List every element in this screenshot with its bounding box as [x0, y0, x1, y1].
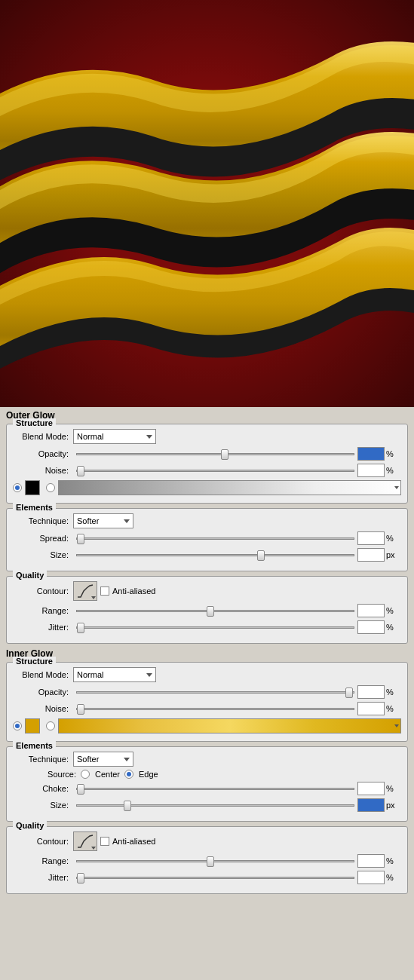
inner-glow-range-input[interactable]: 50	[357, 854, 385, 868]
inner-glow-size-slider-track[interactable]	[76, 804, 354, 807]
inner-glow-choke-thumb[interactable]	[77, 784, 84, 795]
inner-glow-elements-title: Elements	[13, 741, 56, 750]
outer-glow-noise-thumb[interactable]	[77, 466, 84, 476]
outer-glow-technique-value: Softer	[77, 516, 99, 525]
inner-glow-choke-input[interactable]: 0	[357, 782, 385, 795]
inner-glow-choke-slider-track[interactable]	[76, 788, 354, 790]
inner-glow-blend-mode-dropdown[interactable]: Normal	[73, 667, 156, 682]
inner-glow-jitter-row: Jitter: 0 %	[13, 871, 401, 884]
outer-glow-jitter-label: Jitter:	[13, 623, 73, 632]
inner-glow-opacity-thumb[interactable]	[345, 688, 353, 698]
outer-glow-contour-preview[interactable]	[73, 581, 97, 601]
inner-glow-gradient-preview[interactable]	[58, 718, 401, 733]
outer-glow-opacity-thumb[interactable]	[221, 449, 228, 460]
outer-glow-spread-slider-track[interactable]	[76, 537, 354, 540]
outer-glow-range-input[interactable]: 50	[357, 604, 385, 617]
outer-glow-size-input[interactable]: 70	[357, 548, 385, 562]
inner-glow-center-radio[interactable]	[81, 770, 90, 779]
outer-glow-spread-slider-container: 0 %	[73, 531, 401, 545]
canvas	[0, 0, 414, 407]
inner-glow-technique-dropdown[interactable]: Softer	[73, 752, 133, 767]
inner-glow-range-slider-container: 50 %	[73, 854, 401, 868]
inner-glow-opacity-input[interactable]: 100	[357, 685, 385, 699]
outer-glow-range-unit: %	[386, 606, 401, 615]
inner-glow-noise-row: Noise: 0 %	[13, 702, 401, 715]
inner-glow-anti-alias-label: Anti-aliased	[112, 837, 155, 846]
outer-glow-noise-slider-track[interactable]	[76, 470, 354, 472]
inner-glow-range-row: Range: 50 %	[13, 854, 401, 868]
outer-glow-size-thumb[interactable]	[257, 550, 265, 561]
inner-glow-opacity-slider-container: 100 %	[73, 685, 401, 699]
inner-glow-choke-row: Choke: 0 %	[13, 782, 401, 795]
inner-glow-edge-radio[interactable]	[124, 770, 133, 779]
outer-glow-elements-group: Elements Technique: Softer Spread: 0 % S…	[6, 508, 408, 571]
outer-glow-quality-title: Quality	[13, 571, 47, 580]
inner-glow-elements-group: Elements Technique: Softer Source: Cente…	[6, 746, 408, 822]
inner-glow-center-option: Center	[81, 770, 120, 779]
outer-glow-range-slider-container: 50 %	[73, 604, 401, 617]
inner-glow-anti-alias-checkbox[interactable]	[100, 837, 109, 846]
outer-glow-noise-input[interactable]: 0	[357, 464, 385, 477]
outer-glow-solid-radio[interactable]	[13, 483, 22, 492]
inner-glow-range-thumb[interactable]	[207, 856, 214, 867]
outer-glow-jitter-row: Jitter: 0 %	[13, 620, 401, 634]
inner-glow-jitter-input[interactable]: 0	[357, 871, 385, 884]
inner-glow-opacity-slider-track[interactable]	[76, 691, 354, 694]
outer-glow-jitter-thumb[interactable]	[77, 623, 84, 633]
inner-glow-anti-alias-wrapper: Anti-aliased	[100, 837, 155, 846]
inner-glow-technique-value: Softer	[77, 755, 99, 764]
outer-glow-noise-label: Noise:	[13, 466, 73, 475]
outer-glow-color-swatch[interactable]	[25, 480, 40, 495]
inner-glow-title: Inner Glow	[6, 648, 408, 659]
outer-glow-anti-alias-checkbox[interactable]	[100, 586, 109, 596]
inner-glow-noise-thumb[interactable]	[77, 704, 84, 715]
inner-glow-size-input[interactable]: 21	[357, 798, 385, 812]
outer-glow-range-label: Range:	[13, 606, 73, 615]
inner-glow-noise-slider-track[interactable]	[76, 708, 354, 710]
inner-glow-gradient-radio[interactable]	[46, 721, 55, 730]
outer-glow-noise-row: Noise: 0 %	[13, 464, 401, 477]
inner-glow-source-radio-group: Center Edge	[81, 770, 158, 779]
outer-glow-opacity-input[interactable]: 35	[357, 447, 385, 461]
outer-glow-technique-dropdown[interactable]: Softer	[73, 513, 133, 528]
outer-glow-size-slider-track[interactable]	[76, 554, 354, 556]
inner-glow-structure-title: Structure	[13, 657, 56, 666]
inner-glow-size-thumb[interactable]	[124, 801, 131, 811]
outer-glow-size-label: Size:	[13, 550, 73, 559]
inner-glow-opacity-row: Opacity: 100 %	[13, 685, 401, 699]
inner-glow-blend-mode-row: Blend Mode: Normal	[13, 667, 401, 682]
outer-glow-spread-thumb[interactable]	[77, 534, 84, 544]
inner-glow-size-label: Size:	[13, 801, 73, 810]
inner-glow-jitter-slider-track[interactable]	[76, 877, 354, 879]
inner-glow-blend-mode-value: Normal	[77, 670, 103, 679]
inner-glow-choke-unit: %	[386, 784, 401, 793]
inner-glow-solid-radio[interactable]	[13, 721, 22, 730]
outer-glow-anti-alias-wrapper: Anti-aliased	[100, 586, 155, 596]
inner-glow-color-swatch[interactable]	[25, 718, 40, 733]
outer-glow-range-slider-track[interactable]	[76, 610, 354, 612]
outer-glow-blend-mode-dropdown[interactable]: Normal	[73, 429, 156, 444]
outer-glow-jitter-input[interactable]: 0	[357, 620, 385, 634]
inner-glow-noise-unit: %	[386, 704, 401, 713]
inner-glow-noise-slider-container: 0 %	[73, 702, 401, 715]
outer-glow-gradient-preview[interactable]	[58, 480, 401, 495]
inner-glow-color-row	[13, 718, 401, 733]
inner-glow-dropdown-arrow-icon	[146, 673, 152, 677]
outer-glow-gradient-radio[interactable]	[46, 483, 55, 492]
inner-glow-jitter-thumb[interactable]	[77, 873, 84, 884]
inner-glow-opacity-label: Opacity:	[13, 688, 73, 697]
outer-glow-size-row: Size: 70 px	[13, 548, 401, 562]
inner-glow-source-row: Source: Center Edge	[13, 770, 401, 779]
outer-glow-opacity-row: Opacity: 35 %	[13, 447, 401, 461]
outer-glow-jitter-slider-track[interactable]	[76, 626, 354, 629]
outer-glow-opacity-slider-track[interactable]	[76, 453, 354, 455]
outer-glow-spread-input[interactable]: 0	[357, 531, 385, 545]
outer-glow-range-thumb[interactable]	[207, 606, 214, 617]
outer-glow-quality-group: Quality Contour: Anti-aliased Range:	[6, 576, 408, 644]
inner-glow-technique-row: Technique: Softer	[13, 752, 401, 767]
outer-glow-opacity-slider-container: 35 %	[73, 447, 401, 461]
dropdown-arrow-icon	[146, 435, 152, 439]
inner-glow-contour-preview[interactable]	[73, 831, 97, 851]
inner-glow-range-slider-track[interactable]	[76, 860, 354, 862]
inner-glow-noise-input[interactable]: 0	[357, 702, 385, 715]
